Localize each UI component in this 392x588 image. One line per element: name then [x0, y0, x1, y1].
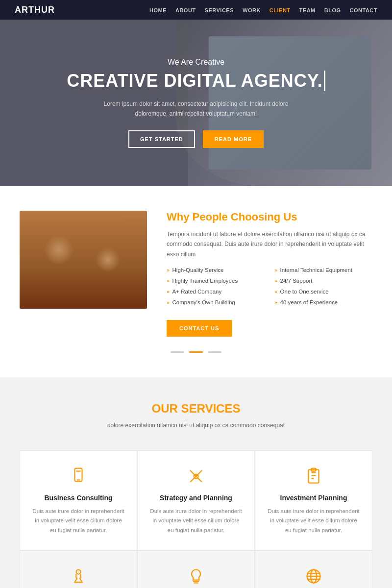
team-photo [20, 211, 147, 309]
brand-logo[interactable]: ARTHUR [15, 5, 55, 15]
service-market: Market Research Duis aute irure dolor in… [137, 550, 255, 588]
get-started-button[interactable]: GET STARTED [128, 130, 195, 148]
nav-home[interactable]: HOME [149, 7, 167, 13]
arrow-icon: » [167, 300, 170, 305]
hero-buttons: GET STARTED READ MORE [67, 130, 325, 148]
service-strategy: Strategy and Planning Duis aute irure do… [137, 450, 255, 551]
nav-services[interactable]: SERVICES [205, 7, 234, 13]
service-desc-strategy: Duis aute irure dolor in reprehenderit i… [149, 507, 243, 536]
feature-own-building: » Company's Own Building [167, 299, 265, 305]
arrow-icon: » [167, 289, 170, 294]
cross-icon [185, 466, 207, 487]
nav-about[interactable]: ABOUT [175, 7, 196, 13]
feature-technical-equipment: » Internal Technical Equipment [274, 267, 372, 273]
features-col-left: » High-Quality Service » Highly Trained … [167, 267, 265, 310]
clipboard-icon [303, 466, 324, 487]
why-us-image [20, 211, 147, 309]
globe-icon [303, 565, 324, 587]
why-us-heading: Why People Choosing Us [167, 211, 372, 223]
hero-section: We Are Creative CREATIVE DIGITAL AGENCY.… [0, 20, 392, 186]
feature-support: » 24/7 Support [274, 278, 372, 284]
service-business-consulting: Business Consulting Duis aute irure dolo… [20, 450, 137, 551]
arrow-icon: » [274, 300, 277, 305]
services-section: OUR SERVICES dolore exercitation ullamco… [0, 377, 392, 588]
feature-experience: » 40 years of Experience [274, 299, 372, 305]
nav-client[interactable]: CLIENT [270, 7, 291, 13]
service-desc-investment: Duis aute irure dolor in reprehenderit i… [267, 507, 360, 536]
why-us-features: » High-Quality Service » Highly Trained … [167, 267, 372, 310]
nav-blog[interactable]: BLOG [324, 7, 341, 13]
arrow-icon: » [274, 289, 277, 294]
read-more-button[interactable]: READ MORE [203, 130, 264, 148]
hero-content: We Are Creative CREATIVE DIGITAL AGENCY.… [67, 58, 325, 148]
slider-dot-3[interactable] [208, 351, 221, 353]
why-us-content: Why People Choosing Us Tempora incidunt … [167, 211, 372, 337]
service-financial: Financial Analysis Duis aute irure dolor… [20, 550, 137, 588]
nav-team[interactable]: TEAM [299, 7, 316, 13]
service-title-strategy: Strategy and Planning [149, 494, 243, 502]
why-us-description: Tempora incidunt ut labore et dolore exe… [167, 229, 372, 259]
slider-dots [171, 351, 221, 353]
cursor-icon [324, 71, 325, 91]
slider-dot-1[interactable] [171, 351, 184, 353]
contact-us-button[interactable]: Contact US [167, 320, 232, 337]
why-us-inner: Why People Choosing Us Tempora incidunt … [20, 211, 372, 337]
nav-work[interactable]: WORK [243, 7, 261, 13]
hero-description: Lorem ipsum dolor sit amet, consectetur … [98, 99, 294, 119]
service-title-consulting: Business Consulting [32, 494, 125, 502]
feature-one-to-one: » One to One service [274, 289, 372, 294]
services-grid-top: Business Consulting Duis aute irure dolo… [20, 450, 372, 551]
features-col-right: » Internal Technical Equipment » 24/7 Su… [274, 267, 372, 310]
arrow-icon: » [274, 268, 277, 273]
nav-contact[interactable]: CONTACT [350, 7, 377, 13]
service-title-investment: Investment Planning [267, 494, 360, 502]
why-us-section: Why People Choosing Us Tempora incidunt … [0, 186, 392, 377]
navbar: ARTHUR HOME ABOUT SERVICES WORK CLIENT T… [0, 0, 392, 20]
feature-rated-company: » A+ Rated Company [167, 289, 265, 294]
service-risk: Risk Management Duis aute irure dolor in… [255, 550, 372, 588]
svg-point-11 [76, 570, 81, 574]
arrow-icon: » [274, 278, 277, 284]
arrow-icon: » [167, 268, 170, 273]
feature-high-quality: » High-Quality Service [167, 267, 265, 273]
hero-subtitle: We Are Creative [67, 58, 325, 67]
services-description: dolore exercitation ullamco nisi ut aliq… [20, 420, 372, 430]
feature-trained-employees: » Highly Trained Employees [167, 278, 265, 284]
hero-title: CREATIVE DIGITAL AGENCY. [67, 71, 325, 91]
nav-links: HOME ABOUT SERVICES WORK CLIENT TEAM BLO… [149, 5, 377, 14]
service-desc-consulting: Duis aute irure dolor in reprehenderit i… [32, 507, 125, 536]
lightbulb-icon [185, 565, 207, 587]
service-investment: Investment Planning Duis aute irure dolo… [255, 450, 372, 551]
phone-icon [68, 466, 89, 487]
services-grid-bottom: Financial Analysis Duis aute irure dolor… [20, 550, 372, 588]
slider-dot-2[interactable] [189, 351, 203, 353]
arrow-icon: » [167, 278, 170, 284]
services-heading: OUR SERVICES [20, 402, 372, 416]
chess-icon [68, 565, 89, 587]
